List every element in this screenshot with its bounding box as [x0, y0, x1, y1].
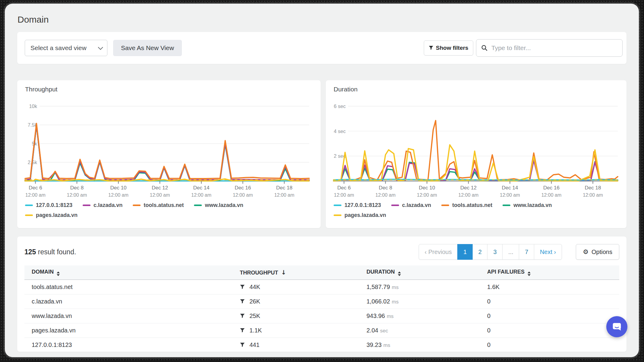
domain-cell[interactable]: c.lazada.vn	[24, 294, 233, 309]
page-button-7[interactable]: 7	[519, 244, 534, 260]
results-row: 125 result found. ‹ Previous123...7Next …	[24, 244, 619, 260]
domains-table: DOMAINTHROUGHPUT↓DURATIONAPI FAILURES to…	[24, 265, 619, 352]
duration-cell: 1,587.79ms	[359, 280, 480, 294]
legend-swatch	[503, 205, 510, 206]
svg-text:12:00 am: 12:00 am	[334, 192, 354, 198]
legend-swatch	[194, 205, 202, 206]
table-row[interactable]: tools.atatus.net44K1,587.79ms1.6K	[24, 280, 619, 294]
app-window: Domain Select a saved view Save As New V…	[5, 4, 639, 357]
domain-cell[interactable]: tools.atatus.net	[24, 280, 233, 294]
page-button-3[interactable]: 3	[487, 244, 503, 260]
pagination: ‹ Previous123...7Next ›	[419, 244, 562, 260]
svg-text:12:00 am: 12:00 am	[541, 192, 562, 198]
funnel-icon	[429, 46, 433, 50]
filter-search	[476, 39, 623, 57]
legend-label: c.lazada.vn	[94, 202, 122, 208]
throughput-cell: 26K	[233, 294, 359, 309]
search-icon	[481, 45, 488, 51]
page-button-2[interactable]: 2	[472, 244, 488, 260]
filter-funnel-icon[interactable]	[240, 328, 245, 333]
table-row[interactable]: c.lazada.vn26K1,066.02ms0	[24, 294, 619, 309]
api-failures-cell: 0	[480, 294, 619, 309]
legend-swatch	[25, 205, 33, 206]
table-row[interactable]: pages.lazada.vn1.1K2.04sec0	[24, 323, 619, 338]
results-count-text: 125 result found.	[24, 248, 76, 256]
svg-text:Dec 14: Dec 14	[502, 185, 518, 191]
next-page-button[interactable]: Next ›	[534, 244, 562, 260]
domain-cell[interactable]: 127.0.0.1:8123	[24, 338, 233, 352]
filter-funnel-icon[interactable]	[240, 284, 245, 290]
table-row[interactable]: 127.0.0.1:812344139.23ms0	[24, 338, 619, 352]
legend-item[interactable]: tools.atatus.net	[441, 202, 492, 208]
page-button-1[interactable]: 1	[457, 244, 473, 260]
svg-text:12:00 am: 12:00 am	[67, 192, 87, 198]
filter-funnel-icon[interactable]	[240, 342, 245, 348]
svg-text:12:00 am: 12:00 am	[25, 192, 46, 198]
svg-text:10k: 10k	[29, 103, 37, 109]
legend-item[interactable]: tools.atatus.net	[133, 202, 184, 208]
legend-label: 127.0.0.1:8123	[344, 202, 381, 208]
legend-item[interactable]: 127.0.0.1:8123	[334, 202, 381, 208]
legend-item[interactable]: www.lazada.vn	[194, 202, 243, 208]
show-filters-label: Show filters	[436, 45, 468, 51]
duration-unit: sec	[380, 328, 388, 334]
previous-page-button[interactable]: ‹ Previous	[419, 244, 458, 260]
legend-item[interactable]: c.lazada.vn	[83, 202, 122, 208]
svg-text:Dec 6: Dec 6	[29, 185, 42, 191]
column-header-api-failures[interactable]: API FAILURES	[480, 265, 619, 280]
svg-text:4 sec: 4 sec	[334, 129, 346, 134]
legend-item[interactable]: 127.0.0.1:8123	[25, 202, 72, 208]
legend-item[interactable]: pages.lazada.vn	[25, 212, 78, 218]
column-header-duration[interactable]: DURATION	[359, 265, 480, 280]
saved-view-select[interactable]: Select a saved view	[25, 40, 107, 56]
throughput-cell: 25K	[233, 309, 359, 323]
duration-cell: 1,066.02ms	[359, 294, 480, 309]
svg-text:12:00 am: 12:00 am	[376, 192, 396, 198]
svg-text:12:00 am: 12:00 am	[500, 192, 520, 198]
legend-item[interactable]: c.lazada.vn	[391, 202, 431, 208]
svg-text:12:00 am: 12:00 am	[150, 192, 170, 198]
sort-icon	[57, 272, 60, 276]
filter-funnel-icon[interactable]	[240, 299, 245, 304]
legend-item[interactable]: pages.lazada.vn	[334, 212, 386, 218]
duration-cell: 2.04sec	[359, 323, 480, 338]
filter-toolbar: Select a saved view Save As New View Sho…	[17, 32, 627, 64]
chart-legend: 127.0.0.1:8123c.lazada.vntools.atatus.ne…	[25, 202, 260, 222]
filter-funnel-icon[interactable]	[240, 313, 245, 319]
options-button[interactable]: ⚙ Options	[576, 244, 619, 260]
svg-text:Dec 16: Dec 16	[543, 185, 560, 191]
column-header-domain[interactable]: DOMAIN	[24, 265, 233, 280]
throughput-chart[interactable]: 10k7.5k5k2.5kDec 612:00 amDec 812:00 amD…	[23, 100, 312, 200]
chat-bubble-icon	[611, 321, 623, 332]
legend-swatch	[441, 205, 449, 206]
chat-launcher-button[interactable]	[606, 316, 627, 337]
legend-item[interactable]: www.lazada.vn	[503, 202, 552, 208]
svg-text:12:00 am: 12:00 am	[583, 192, 603, 198]
svg-text:Dec 18: Dec 18	[276, 185, 293, 191]
saved-view-select-value: Select a saved view	[30, 44, 98, 52]
svg-text:6 sec: 6 sec	[334, 103, 346, 109]
domain-cell[interactable]: pages.lazada.vn	[24, 323, 233, 338]
legend-label: www.lazada.vn	[513, 202, 552, 208]
api-failures-cell: 0	[480, 323, 619, 338]
svg-text:Dec 10: Dec 10	[419, 185, 435, 191]
page-ellipsis: ...	[502, 244, 519, 260]
svg-text:Dec 6: Dec 6	[337, 185, 351, 191]
column-header-throughput[interactable]: THROUGHPUT↓	[233, 265, 359, 280]
api-failures-cell: 0	[480, 338, 619, 352]
chart-title: Throughput	[25, 86, 57, 93]
show-filters-button[interactable]: Show filters	[424, 40, 473, 56]
duration-chart[interactable]: 6 sec4 sec2 secDec 612:00 amDec 812:00 a…	[332, 100, 621, 200]
search-input[interactable]	[491, 44, 617, 52]
svg-text:12:00 am: 12:00 am	[233, 192, 253, 198]
svg-text:Dec 8: Dec 8	[379, 185, 392, 191]
legend-label: pages.lazada.vn	[344, 212, 386, 218]
save-as-new-view-button[interactable]: Save As New View	[113, 40, 182, 56]
svg-text:12:00 am: 12:00 am	[274, 192, 294, 198]
legend-label: tools.atatus.net	[452, 202, 492, 208]
table-row[interactable]: www.lazada.vn25K943.96ms0	[24, 309, 619, 323]
svg-text:Dec 14: Dec 14	[193, 185, 210, 191]
table-wrap: DOMAINTHROUGHPUT↓DURATIONAPI FAILURES to…	[24, 265, 619, 352]
duration-chart-card: Duration 6 sec4 sec2 secDec 612:00 amDec…	[326, 80, 627, 228]
domain-cell[interactable]: www.lazada.vn	[24, 309, 233, 323]
